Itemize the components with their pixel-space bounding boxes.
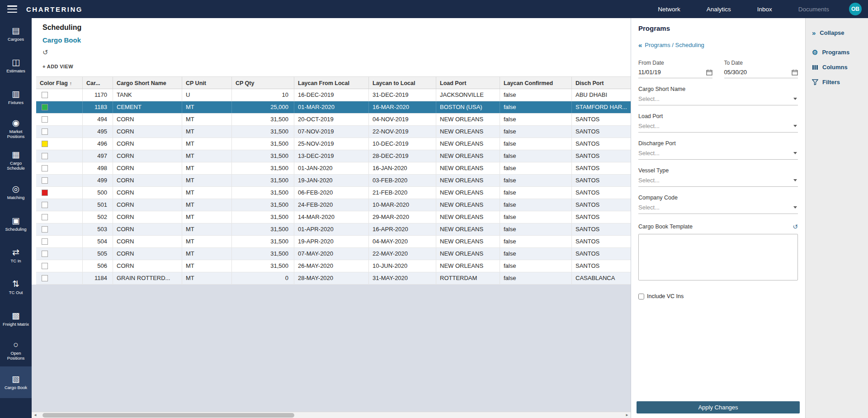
- color-flag-cell: [36, 126, 83, 138]
- table-row[interactable]: 499 CORN MT 31,500 19-JAN-2020 03-FEB-20…: [36, 175, 631, 187]
- column-header-cp-unit[interactable]: CP Unit: [182, 77, 232, 89]
- sidebar-item-cargoes[interactable]: ▤ Cargoes: [0, 18, 32, 50]
- sidebar-item-fixtures[interactable]: ▥ Fixtures: [0, 81, 32, 113]
- table-row[interactable]: 500 CORN MT 31,500 06-FEB-2020 21-FEB-20…: [36, 187, 631, 199]
- table-row[interactable]: 504 CORN MT 31,500 19-APR-2020 04-MAY-20…: [36, 236, 631, 248]
- field-label: Vessel Type: [638, 167, 798, 174]
- color-flag-cell: [36, 150, 83, 162]
- sidebar-item-matching[interactable]: ◎ Matching: [0, 176, 32, 208]
- cargo-book-template-textarea[interactable]: [638, 234, 798, 280]
- scroll-left-button[interactable]: ◄: [32, 412, 39, 418]
- table-row[interactable]: 505 CORN MT 31,500 07-MAY-2020 22-MAY-20…: [36, 248, 631, 260]
- horizontal-scrollbar[interactable]: ◄ ►: [32, 412, 631, 418]
- calendar-icon[interactable]: [706, 69, 712, 76]
- sidebar-item-market-positions[interactable]: ◉ Market Positions: [0, 113, 32, 145]
- calendar-icon[interactable]: [792, 69, 798, 76]
- from-date-field[interactable]: 11/01/19: [638, 69, 712, 78]
- apply-changes-button[interactable]: Apply Changes: [637, 401, 800, 413]
- color-flag-swatch[interactable]: [42, 141, 48, 147]
- undo-icon[interactable]: ↺: [42, 48, 48, 56]
- color-flag-swatch[interactable]: [42, 226, 48, 233]
- table-row[interactable]: 1183 CEMENT MT 25,000 01-MAR-2020 16-MAR…: [36, 101, 631, 114]
- table-row[interactable]: 496 CORN MT 31,500 25-NOV-2019 10-DEC-20…: [36, 138, 631, 150]
- color-flag-swatch[interactable]: [42, 251, 48, 257]
- vessel-type-select[interactable]: Select...: [638, 177, 798, 187]
- undo-icon[interactable]: ↺: [793, 223, 798, 230]
- table-row[interactable]: 494 CORN MT 31,500 20-OCT-2019 04-NOV-20…: [36, 114, 631, 126]
- nav-inbox[interactable]: Inbox: [757, 6, 772, 13]
- user-avatar[interactable]: OB: [849, 3, 862, 15]
- horizontal-scrollbar-track[interactable]: [39, 412, 623, 418]
- table-row[interactable]: 501 CORN MT 31,500 24-FEB-2020 10-MAR-20…: [36, 199, 631, 211]
- sidebar-item-scheduling[interactable]: ▣ Scheduling: [0, 208, 32, 240]
- nav-network[interactable]: Network: [658, 6, 680, 13]
- sidebar-item-cargo-schedule[interactable]: ▦ Cargo Schedule: [0, 145, 32, 176]
- include-vc-ins-label: Include VC Ins: [647, 293, 684, 299]
- color-flag-swatch[interactable]: [42, 263, 48, 269]
- color-flag-swatch[interactable]: [42, 165, 48, 171]
- column-header-laycan-to[interactable]: Laycan to Local: [369, 77, 436, 89]
- sidebar-item-tc-in[interactable]: ⇄ TC In: [0, 240, 32, 271]
- color-flag-swatch[interactable]: [42, 177, 48, 184]
- column-header-color-flag[interactable]: Color Flag↑: [36, 77, 83, 89]
- table-row[interactable]: 1184 GRAIN ROTTERD... MT 0 28-MAY-2020 3…: [36, 272, 631, 285]
- sidebar-item-label: Cargo Book: [5, 385, 27, 390]
- to-date-field[interactable]: 05/30/20: [724, 69, 798, 78]
- rail-item-columns[interactable]: Columns: [806, 60, 868, 75]
- horizontal-scrollbar-thumb[interactable]: [42, 413, 294, 418]
- rail-item-programs[interactable]: ⚙ Programs: [806, 45, 868, 60]
- column-header-cp-qty[interactable]: CP Qty: [232, 77, 294, 89]
- sidebar-item-freight-matrix[interactable]: ▩ Freight Matrix: [0, 303, 32, 335]
- laycan-from-cell: 26-MAY-2020: [294, 260, 369, 272]
- scroll-right-button[interactable]: ►: [623, 412, 631, 418]
- column-header-label: Color Flag: [40, 80, 68, 86]
- column-header-disch-port[interactable]: Disch Port: [572, 77, 631, 89]
- table-row[interactable]: 502 CORN MT 31,500 14-MAR-2020 29-MAR-20…: [36, 211, 631, 223]
- laycan-confirmed-cell: false: [500, 187, 572, 199]
- nav-analytics[interactable]: Analytics: [707, 6, 731, 13]
- color-flag-swatch[interactable]: [42, 116, 48, 123]
- add-view-button[interactable]: + ADD VIEW: [42, 64, 73, 69]
- load-port-select[interactable]: Select...: [638, 123, 798, 133]
- column-header-cargo-id[interactable]: Car...: [83, 77, 113, 89]
- color-flag-swatch[interactable]: [42, 190, 48, 196]
- menu-icon[interactable]: [7, 5, 17, 13]
- cargo-book-table: Color Flag↑ Car... Cargo Short Name CP U…: [32, 76, 631, 285]
- table-row[interactable]: 495 CORN MT 31,500 07-NOV-2019 22-NOV-20…: [36, 126, 631, 138]
- sidebar-item-tc-out[interactable]: ⇅ TC Out: [0, 271, 32, 303]
- collapse-button[interactable]: » Collapse: [806, 25, 868, 40]
- laycan-confirmed-cell: false: [500, 175, 572, 186]
- color-flag-swatch[interactable]: [42, 153, 48, 159]
- color-flag-swatch[interactable]: [42, 238, 48, 245]
- sidebar-item-open-positions[interactable]: ○ Open Positions: [0, 335, 32, 366]
- rail-item-filters[interactable]: Filters: [806, 75, 868, 90]
- discharge-port-select[interactable]: Select...: [638, 150, 798, 160]
- column-header-laycan-from[interactable]: Laycan From Local: [294, 77, 369, 89]
- table-row[interactable]: 497 CORN MT 31,500 13-DEC-2019 28-DEC-20…: [36, 150, 631, 162]
- cargo-short-name-select[interactable]: Select...: [638, 95, 798, 105]
- column-header-laycan-confirmed[interactable]: Laycan Confirmed: [500, 77, 572, 89]
- cargo-id-cell: 502: [83, 211, 113, 223]
- sidebar-item-cargo-book[interactable]: ▧ Cargo Book: [0, 366, 32, 398]
- sidebar-item-estimates[interactable]: ◫ Estimates: [0, 50, 32, 81]
- cp-qty-cell: 31,500: [232, 187, 294, 199]
- load-port-cell: NEW ORLEANS: [436, 199, 500, 211]
- table-row[interactable]: 1170 TANK U 10 16-DEC-2019 31-DEC-2019 J…: [36, 89, 631, 101]
- company-code-select[interactable]: Select...: [638, 204, 798, 214]
- color-flag-swatch[interactable]: [42, 92, 48, 98]
- table-row[interactable]: 498 CORN MT 31,500 01-JAN-2020 16-JAN-20…: [36, 162, 631, 175]
- color-flag-swatch[interactable]: [42, 104, 48, 110]
- laycan-from-cell: 06-FEB-2020: [294, 187, 369, 199]
- breadcrumb[interactable]: « Programs / Scheduling: [638, 41, 798, 49]
- include-vc-ins-checkbox[interactable]: [638, 294, 644, 299]
- market-positions-icon: ◉: [12, 119, 20, 127]
- color-flag-swatch[interactable]: [42, 128, 48, 135]
- table-row[interactable]: 506 CORN MT 31,500 26-MAY-2020 10-JUN-20…: [36, 260, 631, 272]
- column-header-load-port[interactable]: Load Port: [436, 77, 500, 89]
- table-row[interactable]: 503 CORN MT 31,500 01-APR-2020 16-APR-20…: [36, 223, 631, 236]
- color-flag-swatch[interactable]: [42, 202, 48, 208]
- color-flag-swatch[interactable]: [42, 275, 48, 281]
- color-flag-swatch[interactable]: [42, 214, 48, 220]
- nav-documents[interactable]: Documents: [798, 6, 829, 13]
- column-header-cargo-short-name[interactable]: Cargo Short Name: [113, 77, 182, 89]
